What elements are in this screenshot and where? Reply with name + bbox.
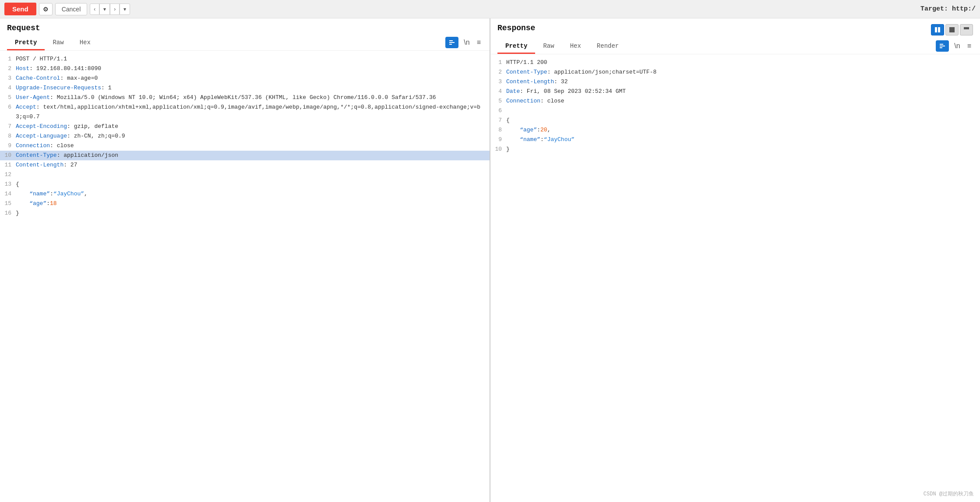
tab-request-hex[interactable]: Hex	[72, 36, 99, 50]
line-number: 12	[0, 170, 16, 180]
line-content: Date: Fri, 08 Sep 2023 02:52:34 GMT	[506, 87, 980, 96]
tab-request-raw[interactable]: Raw	[45, 36, 71, 50]
svg-rect-0	[449, 40, 453, 41]
request-tab-actions: \n ≡	[445, 37, 483, 50]
next-dropdown-button[interactable]: ▾	[120, 4, 130, 15]
line-number: 10	[0, 151, 16, 160]
tab-response-raw[interactable]: Raw	[535, 39, 562, 54]
request-tab-bar: Pretty Raw Hex \n ≡	[7, 36, 483, 50]
line-content: Content-Type: application/json	[16, 151, 490, 160]
send-button[interactable]: Send	[4, 3, 36, 15]
line-content: {	[16, 180, 490, 189]
svg-rect-7	[940, 44, 943, 45]
request-menu-button[interactable]: ≡	[475, 38, 483, 47]
tab-request-pretty[interactable]: Pretty	[7, 36, 45, 50]
code-line: 15 “age”:18	[0, 199, 490, 209]
response-code-area[interactable]: 1HTTP/1.1 2002Content-Type: application/…	[490, 54, 980, 502]
line-number: 10	[490, 145, 506, 154]
tab-response-render[interactable]: Render	[589, 39, 627, 54]
code-line: 14 “name”:“JayChou”,	[0, 189, 490, 199]
next-button[interactable]: ›	[110, 4, 120, 15]
request-code-area[interactable]: 1POST / HTTP/1.12Host: 192.168.80.141:80…	[0, 51, 490, 502]
code-line: 8 “age”:20,	[490, 125, 980, 135]
line-content: Content-Length: 32	[506, 77, 980, 87]
code-line: 12	[0, 170, 490, 180]
toolbar: Send ⚙ Cancel ‹ ▾ › ▾ Target: http:/	[0, 0, 980, 18]
line-number: 13	[0, 180, 16, 189]
line-number: 9	[490, 135, 506, 145]
line-number: 7	[490, 116, 506, 125]
view-hide-button[interactable]	[960, 24, 973, 35]
svg-rect-5	[949, 27, 955, 32]
line-number: 5	[490, 96, 506, 106]
request-format-button[interactable]	[445, 37, 458, 48]
code-line: 3Cache-Control: max-age=0	[0, 74, 490, 83]
line-number: 5	[0, 93, 16, 103]
code-line: 4Date: Fri, 08 Sep 2023 02:52:34 GMT	[490, 87, 980, 96]
code-line: 8Accept-Language: zh-CN, zh;q=0.9	[0, 131, 490, 141]
line-number: 14	[0, 189, 16, 199]
response-format-button[interactable]	[936, 40, 949, 52]
view-single-button[interactable]	[945, 24, 959, 35]
svg-rect-2	[449, 44, 452, 45]
code-line: 5Connection: close	[490, 96, 980, 106]
line-number: 8	[0, 131, 16, 141]
code-line: 1POST / HTTP/1.1	[0, 54, 490, 64]
view-split-button[interactable]	[931, 24, 944, 35]
line-number: 4	[0, 83, 16, 93]
settings-button[interactable]: ⚙	[39, 3, 53, 15]
line-number: 1	[490, 58, 506, 67]
code-line: 7Accept-Encoding: gzip, deflate	[0, 122, 490, 131]
code-line: 9Connection: close	[0, 141, 490, 151]
line-content: HTTP/1.1 200	[506, 58, 980, 67]
line-number: 11	[0, 160, 16, 170]
line-number: 15	[0, 199, 16, 209]
svg-rect-3	[935, 27, 937, 32]
line-content: Upgrade-Insecure-Requests: 1	[16, 83, 490, 93]
code-line: 6Accept: text/html,application/xhtml+xml…	[0, 103, 490, 122]
svg-rect-8	[940, 46, 945, 46]
tab-response-hex[interactable]: Hex	[562, 39, 589, 54]
response-title: Response	[497, 24, 535, 32]
line-content: “name”:“JayChou”,	[16, 189, 490, 199]
line-number: 9	[0, 141, 16, 151]
line-content: Connection: close	[16, 141, 490, 151]
svg-rect-4	[938, 27, 940, 32]
response-header: Response Pretty Raw Hex Render	[490, 18, 980, 54]
code-line: 3Content-Length: 32	[490, 77, 980, 87]
code-line: 1HTTP/1.1 200	[490, 58, 980, 67]
line-number: 3	[490, 77, 506, 87]
line-content: POST / HTTP/1.1	[16, 54, 490, 64]
response-tab-actions: \n ≡	[936, 40, 973, 53]
prev-dropdown-button[interactable]: ▾	[99, 4, 110, 15]
main-area: Request Pretty Raw Hex \n ≡ 1POST / HTTP…	[0, 18, 980, 502]
line-content: Host: 192.168.80.141:8090	[16, 64, 490, 74]
line-content: Accept-Language: zh-CN, zh;q=0.9	[16, 131, 490, 141]
code-line: 7{	[490, 116, 980, 125]
nav-group: ‹ ▾ › ▾	[90, 4, 130, 15]
request-panel: Request Pretty Raw Hex \n ≡ 1POST / HTTP…	[0, 18, 490, 502]
line-number: 8	[490, 125, 506, 135]
prev-button[interactable]: ‹	[90, 4, 99, 15]
request-newline-button[interactable]: \n	[462, 38, 471, 47]
line-number: 16	[0, 209, 16, 218]
line-content: “age”:18	[16, 199, 490, 209]
response-menu-button[interactable]: ≡	[966, 41, 973, 51]
code-line: 2Host: 192.168.80.141:8090	[0, 64, 490, 74]
line-content: User-Agent: Mozilla/5.0 (Windows NT 10.0…	[16, 93, 490, 103]
response-newline-button[interactable]: \n	[952, 41, 962, 51]
code-line: 16}	[0, 209, 490, 218]
line-content: Content-Length: 27	[16, 160, 490, 170]
cancel-button[interactable]: Cancel	[55, 3, 88, 15]
request-title: Request	[7, 24, 483, 32]
line-number: 1	[0, 54, 16, 64]
code-line: 2Content-Type: application/json;charset=…	[490, 67, 980, 77]
line-content: Accept-Encoding: gzip, deflate	[16, 122, 490, 131]
line-content: }	[506, 145, 980, 154]
line-content: Content-Type: application/json;charset=U…	[506, 67, 980, 77]
tab-response-pretty[interactable]: Pretty	[497, 39, 535, 54]
line-number: 3	[0, 74, 16, 83]
line-number: 2	[490, 67, 506, 77]
line-content: }	[16, 209, 490, 218]
code-line: 10}	[490, 145, 980, 154]
